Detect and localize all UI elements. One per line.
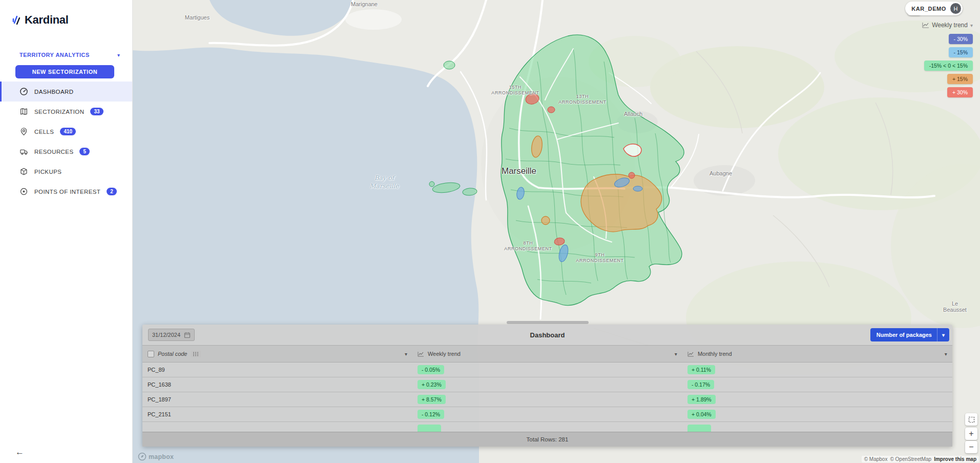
metric-selector-button[interactable]: Number of packages ▾	[870, 328, 949, 341]
postal-code-cell: PC_1897	[148, 396, 171, 402]
panel-header: 31/12/2024 Dashboard Number of packages …	[142, 325, 952, 345]
attribution-mapbox[interactable]: © Mapbox	[864, 456, 888, 462]
workspace-selector[interactable]: TERRITORY ANALYTICS ▾	[19, 52, 120, 58]
chevron-down-icon: ▾	[117, 52, 120, 58]
table-row[interactable]: PC_2151 - 0.12% + 0.04%	[142, 407, 952, 422]
sidebar-item-sectorization[interactable]: SECTORIZATION 33	[0, 102, 132, 122]
postal-code-cell: PC_1638	[148, 381, 171, 388]
sectorization-count-badge: 33	[90, 108, 103, 115]
weekly-trend-pill: - 0.05%	[418, 365, 444, 374]
avatar: H	[950, 3, 961, 14]
chevron-down-icon: ▾	[937, 328, 949, 341]
poi-count-badge: 2	[107, 188, 117, 195]
column-header-weekly-trend[interactable]: Weekly trend ▾	[412, 351, 682, 357]
workspace-label: TERRITORY ANALYTICS	[19, 52, 90, 58]
sidebar-item-resources[interactable]: RESOURCES 5	[0, 142, 132, 162]
total-rows-label: Total Rows: 281	[527, 436, 569, 442]
table-body: PC_89 - 0.05% + 0.11% PC_1638 + 0.23% - …	[142, 363, 952, 432]
monthly-trend-pill: + 0.11%	[687, 365, 715, 374]
legend-item[interactable]: -15% < 0 < 15%	[924, 61, 973, 71]
mapbox-wordmark: mapbox	[149, 453, 174, 460]
weekly-trend-pill: + 8.57%	[418, 395, 446, 404]
date-value: 31/12/2024	[152, 332, 180, 338]
attribution-osm[interactable]: © OpenStreetMap	[890, 456, 931, 462]
zoom-in-button[interactable]: +	[965, 428, 977, 440]
table-row[interactable]: PC_1638 + 0.23% - 0.17%	[142, 377, 952, 392]
collapse-sidebar-button[interactable]: ←	[15, 447, 24, 457]
sidebar-item-label: RESOURCES	[34, 149, 73, 155]
dashboard-panel: 31/12/2024 Dashboard Number of packages …	[142, 325, 952, 447]
column-label: Weekly trend	[428, 351, 461, 357]
sidebar-item-label: PICKUPS	[34, 169, 61, 175]
column-header-postal-code[interactable]: Postal code ▾	[142, 351, 412, 357]
fit-bounds-button[interactable]	[965, 413, 977, 426]
sidebar-item-points-of-interest[interactable]: POINTS OF INTEREST 2	[0, 182, 132, 202]
brand-logo: Kardinal	[11, 13, 69, 27]
target-icon	[19, 187, 28, 196]
truck-icon	[19, 147, 28, 156]
chevron-down-icon[interactable]: ▾	[945, 351, 947, 357]
horizontal-scrollbar[interactable]	[507, 321, 589, 324]
sidebar-item-cells[interactable]: CELLS 410	[0, 122, 132, 142]
sidebar-item-label: DASHBOARD	[34, 89, 73, 95]
sidebar-item-pickups[interactable]: PICKUPS	[0, 162, 132, 182]
postal-code-cell: PC_2151	[148, 411, 171, 417]
map-canvas[interactable]: Marignane Martigues Allauch Marseille Au…	[133, 0, 980, 463]
table-row-partial[interactable]	[142, 422, 952, 432]
new-sectorization-button[interactable]: NEW SECTORIZATION	[15, 65, 114, 78]
map-pin-icon	[19, 127, 28, 136]
sidebar-item-label: CELLS	[34, 129, 54, 135]
table-header: Postal code ▾	[142, 345, 952, 363]
calendar-icon	[184, 332, 191, 338]
legend-title: Weekly trend	[932, 22, 968, 29]
weekly-trend-pill	[418, 425, 441, 432]
table-footer: Total Rows: 281	[142, 432, 952, 447]
chevron-down-icon[interactable]: ▾	[405, 351, 407, 357]
brand-name: Kardinal	[25, 13, 69, 27]
cells-count-badge: 410	[60, 128, 76, 135]
sidebar-item-label: POINTS OF INTEREST	[34, 189, 100, 195]
kardinal-logo-icon	[11, 14, 23, 26]
chevron-down-icon: ▾	[970, 23, 973, 28]
dashboard-icon	[19, 87, 28, 96]
column-header-monthly-trend[interactable]: Monthly trend ▾	[682, 351, 952, 357]
monthly-trend-pill	[687, 425, 711, 432]
sidebar: Kardinal TERRITORY ANALYTICS ▾ NEW SECTO…	[0, 0, 133, 463]
map-legend: Weekly trend ▾ - 30% - 15% -15% < 0 < 15…	[922, 22, 973, 97]
table-row[interactable]: PC_1897 + 8.57% + 1.89%	[142, 392, 952, 407]
chevron-down-icon[interactable]: ▾	[675, 351, 677, 357]
legend-item[interactable]: + 30%	[947, 87, 973, 97]
legend-metric-selector[interactable]: Weekly trend ▾	[922, 22, 973, 29]
frame-icon	[968, 416, 975, 423]
line-chart-icon	[922, 22, 929, 28]
date-picker[interactable]: 31/12/2024	[148, 329, 195, 341]
package-icon	[19, 167, 28, 176]
monthly-trend-pill: + 1.89%	[687, 395, 716, 404]
select-all-checkbox[interactable]	[148, 351, 154, 357]
zoom-out-button[interactable]: −	[965, 441, 977, 453]
weekly-trend-pill: - 0.12%	[418, 410, 444, 419]
mapbox-icon	[138, 452, 147, 461]
legend-item[interactable]: - 15%	[949, 47, 973, 57]
improve-map-link[interactable]: Improve this map	[934, 456, 976, 462]
column-options-button[interactable]	[191, 351, 201, 357]
map-attribution: © Mapbox © OpenStreetMap Improve this ma…	[862, 456, 979, 462]
line-chart-icon	[687, 351, 694, 357]
panel-title: Dashboard	[530, 331, 565, 339]
table-row[interactable]: PC_89 - 0.05% + 0.11%	[142, 363, 952, 377]
column-label: Postal code	[158, 351, 187, 357]
legend-item[interactable]: + 15%	[947, 74, 973, 84]
monthly-trend-pill: - 0.17%	[687, 380, 714, 389]
sidebar-item-label: SECTORIZATION	[34, 109, 84, 115]
metric-label: Number of packages	[877, 332, 932, 338]
monthly-trend-pill: + 0.04%	[687, 410, 716, 419]
line-chart-icon	[418, 351, 424, 357]
sidebar-nav: DASHBOARD SECTORIZATION 33 CELLS 410	[0, 82, 132, 202]
mapbox-logo: mapbox	[138, 452, 174, 461]
postal-code-cell: PC_89	[148, 367, 165, 373]
column-label: Monthly trend	[698, 351, 732, 357]
user-label: KAR_DEMO	[911, 6, 946, 12]
sidebar-item-dashboard[interactable]: DASHBOARD	[0, 82, 132, 102]
user-account-button[interactable]: KAR_DEMO H	[905, 2, 963, 15]
legend-item[interactable]: - 30%	[949, 34, 973, 44]
